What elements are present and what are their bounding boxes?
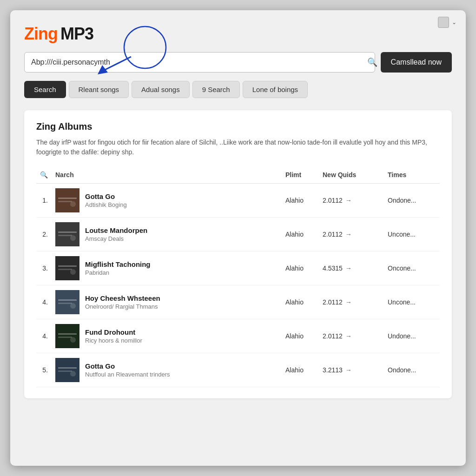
quids-value: 2.0112 bbox=[323, 197, 343, 204]
search-icon-header: 🔍 bbox=[40, 171, 48, 178]
arrow-right-icon: → bbox=[345, 366, 352, 374]
col-header-newquids: New Quids bbox=[319, 166, 384, 184]
logo-zing: Zing bbox=[24, 24, 58, 43]
table-row: 5.Gotta GoNutffoul an Rleavemant trinder… bbox=[36, 353, 440, 387]
song-thumbnail bbox=[55, 256, 79, 280]
tab-lone[interactable]: Lone of boings bbox=[243, 81, 308, 98]
url-bar-area: 🔍 Camsllead now bbox=[24, 52, 452, 73]
row-number: 2. bbox=[36, 218, 52, 251]
song-times: Uncone... bbox=[384, 285, 440, 319]
panel-description: The day irfP wast for fingou otich for f… bbox=[36, 138, 440, 157]
svg-rect-24 bbox=[58, 367, 77, 369]
url-input[interactable] bbox=[24, 52, 375, 73]
song-times: Ondone... bbox=[384, 184, 440, 218]
table-row: 1.Gotta GoAdtishik BogingAlahio2.0112 →O… bbox=[36, 184, 440, 218]
tab-rleant[interactable]: Rleant songs bbox=[69, 81, 129, 98]
tab-adual[interactable]: Adual songs bbox=[132, 81, 190, 98]
quids-value: 2.0112 bbox=[323, 298, 343, 306]
row-number: 5. bbox=[36, 353, 52, 387]
song-plimt: Alahio bbox=[282, 184, 319, 218]
quids-value: 2.0112 bbox=[323, 332, 343, 340]
tab-search[interactable]: Search bbox=[24, 81, 66, 98]
song-title: Hoy Cheesh Whsteeen bbox=[85, 294, 160, 302]
song-cell[interactable]: Fund DrohountRicy hoors & nomillor bbox=[52, 319, 282, 353]
arrow-right-icon: → bbox=[345, 231, 352, 238]
svg-rect-7 bbox=[55, 222, 79, 246]
svg-point-14 bbox=[70, 269, 76, 275]
song-thumbnail bbox=[55, 188, 79, 212]
svg-rect-12 bbox=[58, 265, 77, 267]
song-thumbnail bbox=[55, 222, 79, 246]
quids-value: 2.0112 bbox=[323, 231, 343, 238]
song-quids: 4.5315 → bbox=[319, 251, 384, 285]
song-plimt: Alahio bbox=[282, 285, 319, 319]
song-plimt: Alahio bbox=[282, 218, 319, 251]
svg-point-18 bbox=[70, 303, 76, 309]
song-cell[interactable]: Hoy Cheesh WhsteeenOnelroord/ Rargial Th… bbox=[52, 285, 282, 319]
table-row: 3.Migflisht TachoningPabridanAlahio4.531… bbox=[36, 251, 440, 285]
song-times: Oncone... bbox=[384, 251, 440, 285]
row-number: 4. bbox=[36, 285, 52, 319]
logo-mp3: MP3 bbox=[60, 24, 93, 43]
song-times: Undone... bbox=[384, 319, 440, 353]
song-quids: 3.2113 → bbox=[319, 353, 384, 387]
table-row: 4.Fund DrohountRicy hoors & nomillorAlah… bbox=[36, 319, 440, 353]
header: ZingMP3 bbox=[24, 24, 452, 44]
arrow-right-icon: → bbox=[345, 332, 352, 340]
song-artist: Onelroord/ Rargial Thmans bbox=[85, 303, 160, 310]
song-cell[interactable]: Loutse MandorpenAmscay Deals bbox=[52, 218, 282, 251]
table-row: 4.Hoy Cheesh WhsteeenOnelroord/ Rargial … bbox=[36, 285, 440, 319]
quids-value: 4.5315 bbox=[323, 264, 343, 272]
col-header-narch: Narch bbox=[52, 166, 282, 184]
svg-rect-16 bbox=[58, 299, 77, 301]
url-bar-row: 🔍 Camsllead now bbox=[24, 52, 452, 73]
row-number: 4. bbox=[36, 319, 52, 353]
songs-table: 🔍 Narch Plimt New Quids Times 1.Gotta Go… bbox=[36, 166, 440, 387]
svg-rect-23 bbox=[55, 358, 79, 382]
arrow-right-icon: → bbox=[345, 298, 352, 306]
svg-point-10 bbox=[70, 235, 76, 241]
song-thumbnail bbox=[55, 290, 79, 314]
window-controls: ⌄ bbox=[438, 17, 456, 28]
row-number: 1. bbox=[36, 184, 52, 218]
svg-rect-13 bbox=[58, 269, 72, 270]
panel-title: Zing Albums bbox=[36, 121, 440, 132]
svg-rect-3 bbox=[55, 188, 79, 212]
song-thumbnail bbox=[55, 358, 79, 382]
song-quids: 2.0112 → bbox=[319, 218, 384, 251]
song-title: Gotta Go bbox=[85, 192, 127, 200]
song-cell[interactable]: Gotta GoNutffoul an Rleavemant trinders bbox=[52, 353, 282, 387]
song-times: Ondone... bbox=[384, 353, 440, 387]
tab-9search[interactable]: 9 Search bbox=[192, 81, 240, 98]
svg-rect-15 bbox=[55, 290, 79, 314]
song-artist: Pabridan bbox=[85, 269, 151, 276]
row-number: 3. bbox=[36, 251, 52, 285]
song-quids: 2.0112 → bbox=[319, 184, 384, 218]
content-panel: Zing Albums The day irfP wast for fingou… bbox=[24, 110, 452, 398]
svg-point-26 bbox=[70, 371, 76, 377]
svg-rect-17 bbox=[58, 303, 72, 304]
nav-tabs: Search Rleant songs Adual songs 9 Search… bbox=[24, 81, 452, 98]
svg-rect-5 bbox=[58, 201, 72, 202]
song-quids: 2.0112 → bbox=[319, 285, 384, 319]
col-header-times: Times bbox=[384, 166, 440, 184]
svg-point-6 bbox=[70, 201, 76, 207]
logo: ZingMP3 bbox=[24, 24, 93, 44]
svg-rect-9 bbox=[58, 235, 72, 236]
window-button[interactable] bbox=[438, 17, 449, 28]
song-cell[interactable]: Gotta GoAdtishik Boging bbox=[52, 184, 282, 218]
chevron-down-icon[interactable]: ⌄ bbox=[452, 19, 456, 26]
song-times: Uncone... bbox=[384, 218, 440, 251]
song-artist: Amscay Deals bbox=[85, 235, 147, 242]
svg-rect-20 bbox=[58, 333, 77, 335]
song-title: Fund Drohount bbox=[85, 328, 142, 336]
song-artist: Ricy hoors & nomillor bbox=[85, 337, 142, 344]
song-plimt: Alahio bbox=[282, 251, 319, 285]
song-plimt: Alahio bbox=[282, 319, 319, 353]
song-artist: Nutffoul an Rleavemant trinders bbox=[85, 371, 170, 378]
camsllead-button[interactable]: Camsllead now bbox=[381, 52, 452, 73]
song-cell[interactable]: Migflisht TachoningPabridan bbox=[52, 251, 282, 285]
song-title: Migflisht Tachoning bbox=[85, 260, 151, 268]
svg-rect-25 bbox=[58, 370, 72, 372]
quids-value: 3.2113 bbox=[323, 366, 343, 374]
